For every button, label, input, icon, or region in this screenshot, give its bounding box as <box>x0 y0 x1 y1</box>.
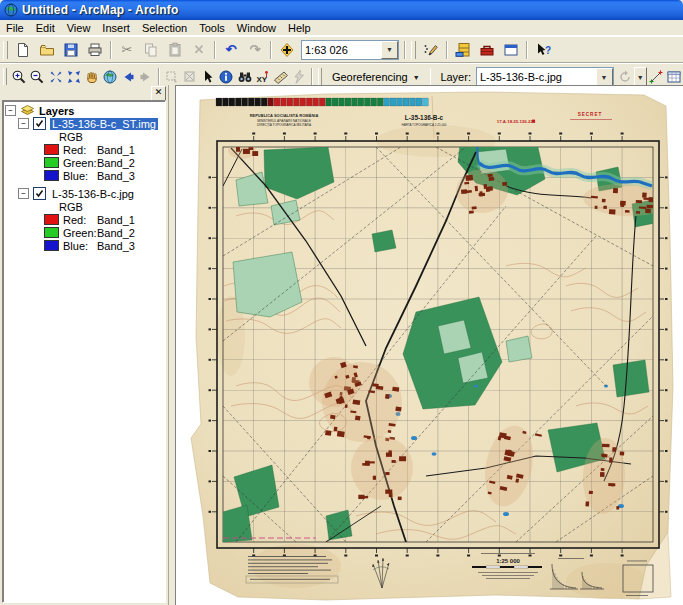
ruler-icon <box>273 69 289 85</box>
title-bar[interactable]: Untitled - ArcMap - ArcInfo <box>0 0 683 20</box>
layer-label: Layer: <box>440 71 471 83</box>
band-name: Band_3 <box>97 240 135 252</box>
blue-band-swatch <box>44 170 59 181</box>
table-of-contents-panel: ✕ − Layers − L-35-136-B-c_ST.img RGB <box>0 85 168 605</box>
band-row: Blue: Band_3 <box>5 239 165 252</box>
scissors-icon: ✂ <box>122 43 133 56</box>
link-table-icon <box>666 69 682 85</box>
zoom-out-icon <box>29 69 45 85</box>
editor-toolbar-button[interactable] <box>419 39 443 61</box>
layer-name[interactable]: L-35-136-B-c_ST.img <box>50 118 158 130</box>
collapse-icon[interactable]: − <box>5 105 16 116</box>
menu-tools[interactable]: Tools <box>193 21 231 35</box>
band-name: Band_3 <box>97 170 135 182</box>
whats-this-button[interactable]: ? <box>531 39 555 61</box>
band-name: Band_1 <box>97 144 135 156</box>
command-window-button[interactable] <box>499 39 523 61</box>
arcmap-window: Untitled - ArcMap - ArcInfo File Edit Vi… <box>0 0 683 605</box>
separator <box>270 41 272 59</box>
layer-dropdown-arrow[interactable]: ▼ <box>596 68 613 86</box>
layer-row[interactable]: − L-35-136-B-c.jpg <box>5 187 165 200</box>
band-row: Green: Band_2 <box>5 226 165 239</box>
delete-button[interactable]: ✕ <box>187 39 211 61</box>
add-data-button[interactable] <box>275 39 299 61</box>
separator <box>311 68 313 86</box>
layer-checkbox-checked[interactable] <box>33 187 46 200</box>
band-row: Green: Band_2 <box>5 156 165 169</box>
panel-splitter[interactable] <box>168 85 175 605</box>
renderer-label: RGB <box>59 131 83 143</box>
georef-layer-value: L-35-136-B-c.jpg <box>477 71 596 83</box>
separator <box>110 41 112 59</box>
pan-hand-icon <box>84 69 100 85</box>
renderer-label: RGB <box>59 201 83 213</box>
separator <box>526 41 528 59</box>
issuer-line3: DIRECȚIA TOPOGRAFICĂ MILITARĂ <box>257 123 312 127</box>
menu-file[interactable]: File <box>0 21 30 35</box>
scale-dropdown-arrow[interactable]: ▼ <box>381 41 398 59</box>
green-band-swatch <box>44 227 59 238</box>
layer-checkbox-checked[interactable] <box>33 117 46 130</box>
control-points-icon <box>648 69 664 85</box>
separator <box>158 68 160 86</box>
map-scale-combo[interactable]: 1:63 026 ▼ <box>301 40 399 60</box>
layer-name[interactable]: L-35-136-B-c.jpg <box>50 188 136 200</box>
renderer-row: RGB <box>5 200 165 213</box>
identify-icon <box>218 69 234 85</box>
paste-button[interactable] <box>163 39 187 61</box>
collapse-icon[interactable]: − <box>18 118 29 129</box>
caret-down-icon: ▼ <box>413 74 420 81</box>
band-name: Band_1 <box>97 214 135 226</box>
menu-view[interactable]: View <box>61 21 97 35</box>
band-row: Red: Band_1 <box>5 143 165 156</box>
redo-button[interactable]: ↷ <box>243 39 267 61</box>
new-document-button[interactable] <box>11 39 35 61</box>
toc-root-row[interactable]: − Layers <box>5 104 165 117</box>
red-band-swatch <box>44 144 59 155</box>
stamp-number: 17.A.18.25.136.220 <box>497 119 536 124</box>
toolbar-grip[interactable] <box>3 41 8 59</box>
copy-button[interactable] <box>139 39 163 61</box>
save-button[interactable] <box>59 39 83 61</box>
map-view[interactable]: REPUBLICA SOCIALISTĂ ROMÂNIA MINISTERUL … <box>175 85 683 605</box>
new-document-icon <box>15 42 31 58</box>
channel-label: Red: <box>63 214 97 226</box>
channel-label: Green: <box>63 157 97 169</box>
open-button[interactable] <box>35 39 59 61</box>
collapse-icon[interactable]: − <box>18 188 29 199</box>
toc-close-button[interactable]: ✕ <box>151 86 166 101</box>
scale-text: 1:25 000 <box>496 558 520 564</box>
menu-insert[interactable]: Insert <box>96 21 136 35</box>
editor-pencil-icon <box>423 42 439 58</box>
undo-button[interactable]: ↶ <box>219 39 243 61</box>
menu-selection[interactable]: Selection <box>136 21 193 35</box>
command-window-icon <box>503 42 519 58</box>
map-scale-value: 1:63 026 <box>302 44 381 56</box>
layer-row[interactable]: − L-35-136-B-c_ST.img <box>5 117 165 130</box>
map-canvas[interactable]: REPUBLICA SOCIALISTĂ ROMÂNIA MINISTERUL … <box>176 86 683 605</box>
georef-layer-combo[interactable]: L-35-136-B-c.jpg ▼ <box>476 67 614 87</box>
menu-bar: File Edit View Insert Selection Tools Wi… <box>0 20 683 36</box>
rotate-dropdown-arrow[interactable]: ▼ <box>634 67 647 87</box>
toolbar-grip[interactable] <box>3 68 7 86</box>
arcmap-app-icon <box>4 3 18 17</box>
menu-help[interactable]: Help <box>282 21 317 35</box>
window-title: Untitled - ArcMap - ArcInfo <box>22 3 179 17</box>
arctoolbox-button[interactable] <box>475 39 499 61</box>
copy-icon <box>143 42 159 58</box>
separator <box>404 41 406 59</box>
georeferencing-label: Georeferencing <box>332 71 408 83</box>
toolbar-grip[interactable] <box>318 68 322 86</box>
cut-button[interactable]: ✂ <box>115 39 139 61</box>
renderer-row: RGB <box>5 130 165 143</box>
print-button[interactable] <box>83 39 107 61</box>
red-band-swatch <box>44 214 59 225</box>
add-data-icon <box>279 42 295 58</box>
toolbar-grip[interactable] <box>411 41 416 59</box>
sheet-id: L-35-136-B-c <box>405 114 444 121</box>
select-graphics-icon <box>164 69 180 85</box>
menu-edit[interactable]: Edit <box>30 21 61 35</box>
menu-window[interactable]: Window <box>231 21 282 35</box>
channel-label: Blue: <box>63 240 97 252</box>
arccatalog-button[interactable] <box>451 39 475 61</box>
